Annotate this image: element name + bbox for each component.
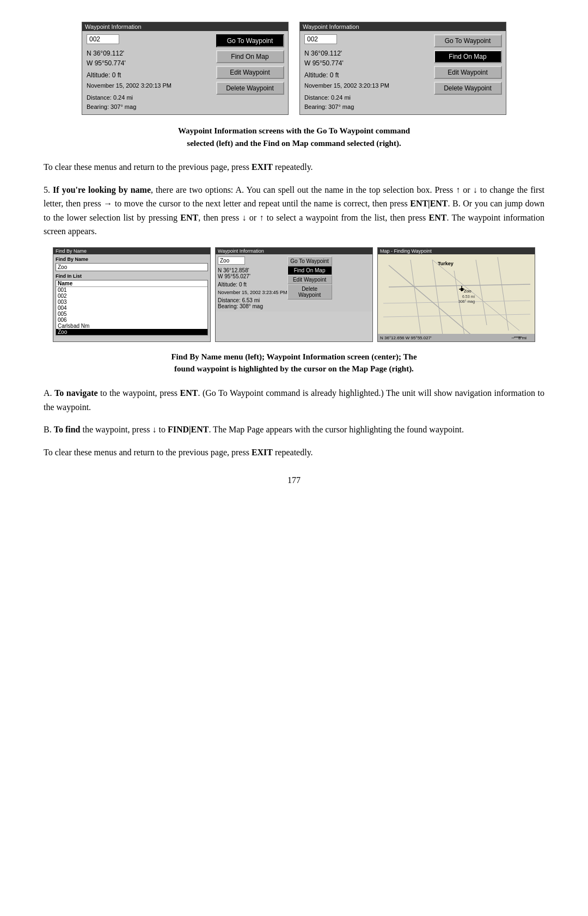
svg-text:Zoo: Zoo <box>464 289 471 294</box>
map-title-bar: Map - Finding Waypoint <box>378 248 535 254</box>
paragraph-a: A. To navigate to the waypoint, press EN… <box>44 386 544 414</box>
left-lat: N 36°09.112' <box>87 48 207 58</box>
map-screen: Map - Finding Waypoint Turkey <box>377 247 535 342</box>
fbn-content: Find By Name Zoo Find In List Name 001 0… <box>53 254 210 338</box>
paragraph-1: To clear these menus and return to the p… <box>44 160 544 174</box>
caption-2: Find By Name menu (left); Waypoint Infor… <box>44 351 544 375</box>
left-datetime: November 15, 2002 3:20:13 PM <box>87 82 207 89</box>
right-waypoint-id: 002 <box>304 34 337 44</box>
map-content: Turkey Zoo 6.53 mi 306° mag N 36°12.656 … <box>378 254 535 341</box>
left-buttons-panel: Go To Waypoint Find On Map Edit Waypoint… <box>212 31 288 114</box>
fbn-item-7[interactable]: Zoo <box>56 329 207 335</box>
svg-rect-0 <box>378 254 535 341</box>
center-datetime: November 15, 2002 3:23:45 PM <box>218 290 287 295</box>
center-distance: Distance: 6.53 mi <box>218 297 287 303</box>
right-title-bar: Waypoint Information <box>300 22 506 31</box>
center-lat: N 36°12.858' <box>218 267 287 273</box>
right-bearing: Bearing: 307° mag <box>304 102 425 112</box>
left-coords: N 36°09.112' W 95°50.774' <box>87 48 207 68</box>
paragraph-b: B. To find the waypoint, press ↓ to FIND… <box>44 423 544 437</box>
paragraph-3: To clear these menus and return to the p… <box>44 445 544 460</box>
svg-text:↔: ↔ <box>511 335 515 340</box>
left-waypoint-screen: Waypoint Information 002 N 36°09.112' W … <box>82 22 289 115</box>
right-go-to-waypoint-btn[interactable]: Go To Waypoint <box>434 34 502 47</box>
svg-text:6.53 mi: 6.53 mi <box>462 295 475 298</box>
left-title-bar: Waypoint Information <box>82 22 288 31</box>
center-lon: W 95°55.027' <box>218 273 287 279</box>
fbn-item-5[interactable]: 006 <box>56 317 207 323</box>
left-info-panel: 002 N 36°09.112' W 95°50.774' Altitude: … <box>82 31 212 114</box>
fbn-title-bar: Find By Name <box>53 248 210 254</box>
center-content: Zoo N 36°12.858' W 95°55.027' Altitude: … <box>216 254 372 312</box>
fbn-item-0[interactable]: 001 <box>56 287 207 293</box>
right-buttons-panel: Go To Waypoint Find On Map Edit Waypoint… <box>430 31 506 114</box>
center-right-panel: Go To Waypoint Find On Map Edit Waypoint… <box>287 257 332 309</box>
left-lon: W 95°50.774' <box>87 58 207 68</box>
caption-1: Waypoint Information screens with the Go… <box>44 125 544 149</box>
right-find-on-map-btn[interactable]: Find On Map <box>434 50 502 63</box>
fbn-item-4[interactable]: 005 <box>56 311 207 317</box>
center-go-to-btn[interactable]: Go To Waypoint <box>287 257 332 266</box>
center-left-panel: Zoo N 36°12.858' W 95°55.027' Altitude: … <box>218 257 287 309</box>
fbn-item-3[interactable]: 004 <box>56 305 207 311</box>
fbn-list: Name 001 002 003 004 005 006 Carlsbad Nm… <box>56 280 208 335</box>
top-screenshots-row: Waypoint Information 002 N 36°09.112' W … <box>44 22 544 115</box>
right-lat: N 36°09.112' <box>304 48 425 58</box>
fbn-list-label: Find In List <box>56 273 208 279</box>
center-title-bar: Waypoint Information <box>216 248 372 254</box>
find-by-name-screen: Find By Name Find By Name Zoo Find In Li… <box>53 247 211 342</box>
left-waypoint-id: 002 <box>87 34 119 44</box>
center-wp-id: Zoo <box>218 257 245 265</box>
svg-text:8 mi: 8 mi <box>518 335 526 340</box>
svg-text:306° mag: 306° mag <box>458 300 475 304</box>
left-delete-waypoint-btn[interactable]: Delete Waypoint <box>216 82 284 95</box>
right-delete-waypoint-btn[interactable]: Delete Waypoint <box>434 82 502 95</box>
fbn-item-6[interactable]: Carlsbad Nm <box>56 323 207 329</box>
svg-text:N 36°12.656  W 95°55.027': N 36°12.656 W 95°55.027' <box>380 335 432 340</box>
center-delete-btn[interactable]: Delete Waypoint <box>287 284 332 300</box>
center-find-on-map-btn[interactable]: Find On Map <box>287 266 332 275</box>
bottom-screenshots-row: Find By Name Find By Name Zoo Find In Li… <box>44 247 544 342</box>
right-datetime: November 15, 2002 3:20:13 PM <box>304 82 425 89</box>
left-altitude: Altitude: 0 ft <box>87 71 207 79</box>
fbn-item-1[interactable]: 002 <box>56 293 207 299</box>
left-go-to-waypoint-btn[interactable]: Go To Waypoint <box>216 34 284 47</box>
svg-text:Turkey: Turkey <box>438 261 454 266</box>
left-find-on-map-btn[interactable]: Find On Map <box>216 50 284 63</box>
center-waypoint-screen: Waypoint Information Zoo N 36°12.858' W … <box>215 247 373 342</box>
right-edit-waypoint-btn[interactable]: Edit Waypoint <box>434 66 502 79</box>
fbn-name-input[interactable]: Zoo <box>56 263 208 271</box>
right-altitude: Altitude: 0 ft <box>304 71 425 79</box>
fbn-find-label: Find By Name <box>56 257 208 262</box>
left-edit-waypoint-btn[interactable]: Edit Waypoint <box>216 66 284 79</box>
right-lon: W 95°50.774' <box>304 58 425 68</box>
paragraph-2: 5. If you're looking by name, there are … <box>44 183 544 239</box>
right-info-panel: 002 N 36°09.112' W 95°50.774' Altitude: … <box>300 31 430 114</box>
right-dist-bearing: Distance: 0.24 mi Bearing: 307° mag <box>304 93 425 111</box>
fbn-item-2[interactable]: 003 <box>56 299 207 305</box>
left-bearing: Bearing: 307° mag <box>87 102 207 112</box>
right-coords: N 36°09.112' W 95°50.774' <box>304 48 425 68</box>
left-dist-bearing: Distance: 0.24 mi Bearing: 307° mag <box>87 93 207 111</box>
center-edit-btn[interactable]: Edit Waypoint <box>287 275 332 284</box>
center-layout: Zoo N 36°12.858' W 95°55.027' Altitude: … <box>218 257 370 309</box>
center-altitude: Altitude: 0 ft <box>218 282 287 288</box>
center-bearing: Bearing: 308° mag <box>218 303 287 309</box>
page-number: 177 <box>44 475 544 485</box>
left-distance: Distance: 0.24 mi <box>87 93 207 102</box>
right-waypoint-screen: Waypoint Information 002 N 36°09.112' W … <box>299 22 506 115</box>
right-distance: Distance: 0.24 mi <box>304 93 425 102</box>
fbn-col-header: Name <box>56 280 207 287</box>
